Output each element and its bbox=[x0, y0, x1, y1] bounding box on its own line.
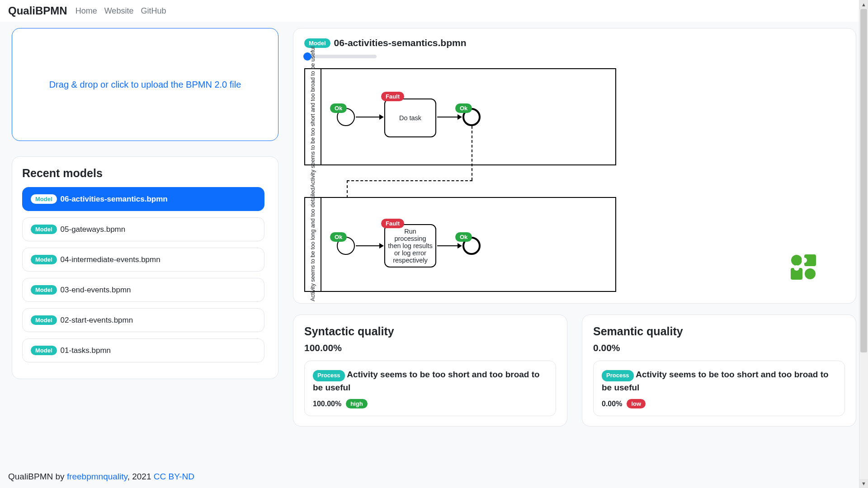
model-badge: Model bbox=[31, 315, 57, 325]
footer: QualiBPMN by freebpmnquality, 2021 CC BY… bbox=[8, 472, 194, 482]
model-filename: 02-start-events.bpmn bbox=[61, 316, 133, 325]
diagram-filename: 06-activities-semantics.bpmn bbox=[334, 38, 467, 48]
bpmn-task: Do task bbox=[384, 99, 436, 137]
ok-badge: Ok bbox=[330, 103, 347, 113]
quality-item[interactable]: Process Activity seems to be too short a… bbox=[593, 361, 845, 416]
svg-point-5 bbox=[794, 265, 799, 271]
syntactic-quality-card: Syntactic quality 100.00% Process Activi… bbox=[293, 314, 567, 427]
nav-website[interactable]: Website bbox=[104, 6, 134, 16]
quality-item-text: Activity seems to be too short and too b… bbox=[313, 370, 540, 392]
scrollbar-thumb[interactable] bbox=[860, 9, 867, 352]
svg-point-4 bbox=[802, 258, 807, 263]
recent-models-title: Recent models bbox=[22, 167, 268, 180]
model-filename: 03-end-events.bpmn bbox=[61, 286, 131, 295]
syntactic-title: Syntactic quality bbox=[304, 325, 556, 338]
model-badge: Model bbox=[31, 194, 57, 204]
fault-badge: Fault bbox=[381, 219, 404, 228]
nav-home[interactable]: Home bbox=[75, 6, 97, 16]
ok-badge: Ok bbox=[330, 232, 347, 242]
semantic-pct: 0.00% bbox=[593, 343, 845, 353]
model-filename: 01-tasks.bpmn bbox=[61, 346, 111, 355]
bpmn-pool-label: Activity seems to be too short and too b… bbox=[305, 69, 321, 164]
footer-link-author[interactable]: freebpmnquality bbox=[67, 472, 127, 481]
model-filename: 04-intermediate-events.bpmn bbox=[61, 255, 160, 264]
diagram-card: Model 06-activities-semantics.bpmn Activ… bbox=[293, 28, 856, 304]
upload-text: Drag & drop or click to upload the BPMN … bbox=[49, 80, 241, 90]
model-badge: Model bbox=[304, 38, 330, 48]
quality-row: Syntactic quality 100.00% Process Activi… bbox=[293, 314, 856, 427]
recent-model-item[interactable]: Model 05-gateways.bpmn bbox=[22, 217, 264, 241]
low-badge: low bbox=[627, 399, 646, 408]
recent-model-item[interactable]: Model 03-end-events.bpmn bbox=[22, 278, 264, 302]
semantic-title: Semantic quality bbox=[593, 325, 845, 338]
nav-github[interactable]: GitHub bbox=[141, 6, 166, 16]
bpmn-message-flow bbox=[347, 180, 472, 181]
recent-models-panel: Recent models Model 06-activities-semant… bbox=[12, 156, 278, 379]
footer-link-license[interactable]: CC BY-ND bbox=[154, 472, 194, 481]
semantic-quality-card: Semantic quality 0.00% Process Activity … bbox=[582, 314, 856, 427]
bpmn-sequence-flow bbox=[437, 245, 461, 246]
quality-item-text: Activity seems to be too short and too b… bbox=[602, 370, 829, 392]
svg-point-3 bbox=[805, 268, 816, 279]
model-badge: Model bbox=[31, 255, 57, 264]
quality-item-pct: 0.00% bbox=[602, 400, 622, 408]
upload-dropzone[interactable]: Drag & drop or click to upload the BPMN … bbox=[12, 28, 278, 141]
bpmn-task: Run processing then log results or log e… bbox=[384, 224, 436, 267]
model-filename: 06-activities-semantics.bpmn bbox=[61, 195, 168, 204]
brand[interactable]: QualiBPMN bbox=[8, 5, 67, 17]
recent-model-item[interactable]: Model 02-start-events.bpmn bbox=[22, 308, 264, 332]
model-filename: 05-gateways.bpmn bbox=[61, 225, 126, 234]
syntactic-pct: 100.00% bbox=[304, 343, 556, 353]
bpmn-canvas[interactable]: Activity seems to be too short and too b… bbox=[304, 68, 845, 294]
bpmn-sequence-flow bbox=[356, 117, 383, 117]
high-badge: high bbox=[346, 399, 367, 408]
recent-model-item[interactable]: Model 01-tasks.bpmn bbox=[22, 338, 264, 362]
scroll-up-icon[interactable]: ▲ bbox=[859, 0, 868, 9]
diagram-header: Model 06-activities-semantics.bpmn bbox=[304, 38, 845, 48]
process-badge: Process bbox=[313, 370, 345, 381]
bpmn-pool: Activity seems to be too long and too de… bbox=[304, 197, 616, 292]
recent-models-list[interactable]: Model 06-activities-semantics.bpmn Model… bbox=[22, 187, 268, 369]
ok-badge: Ok bbox=[455, 232, 472, 242]
bpmn-sequence-flow bbox=[356, 245, 383, 246]
recent-model-item[interactable]: Model 04-intermediate-events.bpmn bbox=[22, 248, 264, 272]
recent-model-item[interactable]: Model 06-activities-semantics.bpmn bbox=[22, 187, 264, 211]
bpmn-message-flow bbox=[472, 126, 472, 180]
ok-badge: Ok bbox=[455, 103, 472, 113]
quality-item-pct: 100.00% bbox=[313, 400, 341, 408]
model-badge: Model bbox=[31, 285, 57, 295]
model-badge: Model bbox=[31, 225, 57, 234]
navbar: QualiBPMN Home Website GitHub bbox=[0, 0, 868, 22]
page-scrollbar[interactable]: ▲ ▼ bbox=[859, 0, 868, 488]
scroll-down-icon[interactable]: ▼ bbox=[859, 479, 868, 488]
bpmn-sequence-flow bbox=[437, 117, 461, 117]
bpmn-pool-label: Activity seems to be too long and too de… bbox=[305, 198, 321, 291]
bpmn-io-logo-icon bbox=[789, 253, 818, 282]
svg-point-2 bbox=[791, 255, 802, 266]
process-badge: Process bbox=[602, 370, 634, 381]
quality-item[interactable]: Process Activity seems to be too short a… bbox=[304, 361, 556, 416]
model-badge: Model bbox=[31, 346, 57, 355]
bpmn-pool: Activity seems to be too short and too b… bbox=[304, 68, 616, 165]
fault-badge: Fault bbox=[381, 92, 404, 101]
